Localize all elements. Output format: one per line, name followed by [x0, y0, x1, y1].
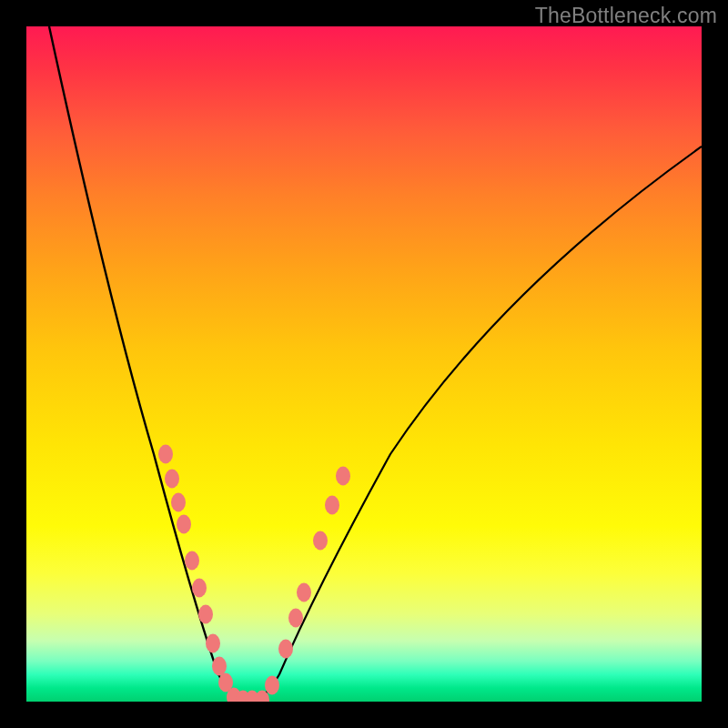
marker-dot: [198, 605, 213, 624]
marker-dot: [265, 676, 279, 695]
marker-dot: [297, 583, 311, 602]
marker-dot: [158, 445, 173, 464]
plot-frame: [26, 26, 702, 702]
marker-dot: [212, 657, 227, 676]
marker-dot: [171, 493, 186, 512]
marker-dot: [177, 515, 191, 534]
marker-dot: [288, 609, 303, 628]
right-curve-path: [249, 147, 702, 701]
marker-dot: [165, 470, 179, 489]
marker-dot: [336, 467, 350, 486]
marker-dot: [325, 496, 339, 515]
chart-curves: [49, 26, 702, 701]
marker-dot: [313, 531, 328, 551]
marker-dot: [185, 551, 199, 571]
watermark-label: TheBottleneck.com: [535, 4, 717, 28]
marker-dot: [278, 640, 293, 659]
marker-dot: [206, 634, 220, 653]
left-curve-path: [49, 26, 249, 701]
curve-layer: [26, 26, 702, 702]
marker-dot: [192, 579, 207, 598]
